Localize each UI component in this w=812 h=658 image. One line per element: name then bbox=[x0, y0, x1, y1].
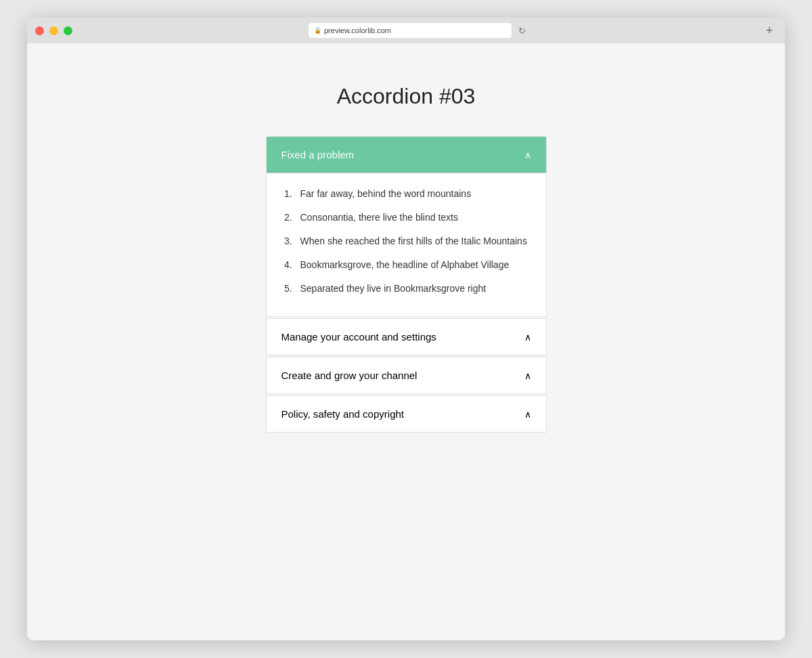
page-title: Accordion #03 bbox=[337, 84, 476, 109]
accordion-header-2[interactable]: Manage your account and settings bbox=[267, 319, 546, 355]
list-item: Far far away, behind the word mountains bbox=[295, 187, 531, 201]
accordion-item-3: Create and grow your channel bbox=[266, 357, 547, 394]
url-text: preview.colorlib.com bbox=[324, 26, 391, 35]
chevron-up-icon bbox=[524, 409, 531, 420]
accordion-chevron-2 bbox=[524, 332, 531, 343]
accordion-chevron-3 bbox=[524, 370, 531, 381]
refresh-icon[interactable]: ↻ bbox=[518, 26, 526, 36]
browser-window: 🔒 preview.colorlib.com ↻ + Accordion #03… bbox=[27, 18, 785, 640]
chevron-up-icon bbox=[524, 332, 531, 343]
accordion-header-4[interactable]: Policy, safety and copyright bbox=[267, 396, 546, 432]
list-item: Consonantia, there live the blind texts bbox=[295, 211, 531, 225]
list-item: Bookmarksgrove, the headline of Alphabet… bbox=[295, 258, 531, 272]
browser-content: Accordion #03 Fixed a problem Far far aw… bbox=[27, 43, 785, 640]
accordion-item-2: Manage your account and settings bbox=[266, 318, 547, 355]
accordion-header-3[interactable]: Create and grow your channel bbox=[267, 357, 546, 393]
close-button[interactable] bbox=[35, 26, 44, 35]
list-item: Separated they live in Bookmarksgrove ri… bbox=[295, 282, 531, 296]
accordion-label-4: Policy, safety and copyright bbox=[281, 408, 404, 420]
accordion-body-1: Far far away, behind the word mountains … bbox=[267, 173, 546, 316]
minimize-button[interactable] bbox=[49, 26, 58, 35]
accordion-item-1: Fixed a problem Far far away, behind the… bbox=[266, 136, 547, 317]
accordion-label-3: Create and grow your channel bbox=[281, 370, 418, 381]
chevron-up-icon bbox=[524, 370, 531, 381]
accordion-container: Fixed a problem Far far away, behind the… bbox=[266, 136, 547, 434]
accordion-label-2: Manage your account and settings bbox=[281, 331, 436, 343]
accordion-list-1: Far far away, behind the word mountains … bbox=[281, 187, 531, 296]
address-bar-container: 🔒 preview.colorlib.com ↻ bbox=[78, 23, 757, 38]
accordion-header-1[interactable]: Fixed a problem bbox=[267, 137, 546, 173]
browser-titlebar: 🔒 preview.colorlib.com ↻ + bbox=[27, 18, 785, 43]
accordion-chevron-4 bbox=[524, 409, 531, 420]
accordion-chevron-1 bbox=[524, 150, 531, 160]
maximize-button[interactable] bbox=[64, 26, 72, 35]
accordion-label-1: Fixed a problem bbox=[281, 149, 355, 160]
accordion-item-4: Policy, safety and copyright bbox=[266, 395, 547, 433]
new-tab-button[interactable]: + bbox=[762, 23, 777, 38]
chevron-up-icon bbox=[524, 150, 531, 160]
address-bar[interactable]: 🔒 preview.colorlib.com bbox=[309, 23, 512, 38]
list-item: When she reached the first hills of the … bbox=[295, 234, 531, 248]
lock-icon: 🔒 bbox=[314, 27, 321, 34]
